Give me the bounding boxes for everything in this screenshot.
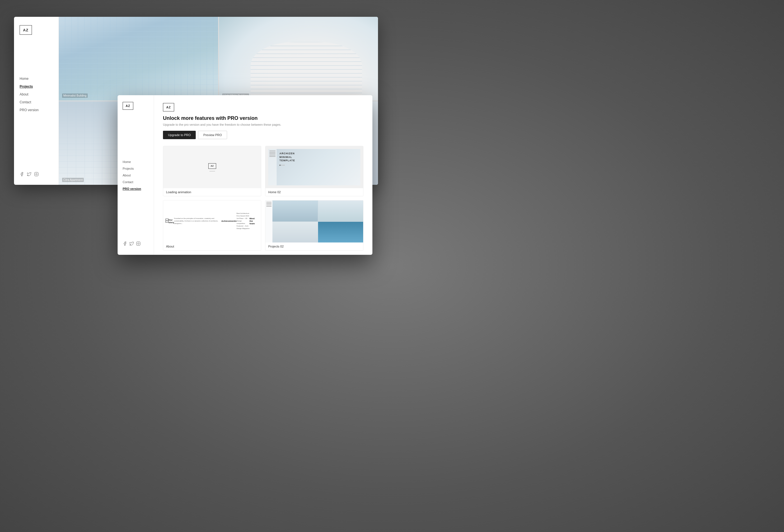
dot-2 [281, 165, 282, 166]
preview-card-projects[interactable]: Projects 02 [265, 200, 363, 251]
sidebar-line-5 [269, 156, 276, 157]
front-nav-projects[interactable]: Projects [123, 167, 149, 170]
grid-cell-building-1: Minimalist Building [59, 17, 218, 101]
front-sidebar: AZ Home Projects About Contact PRO versi… [118, 95, 154, 255]
preview-about-our-story: Our story [169, 219, 174, 224]
preview-card-loading-image: AZ [163, 146, 261, 188]
sidebar-line-1 [269, 151, 276, 151]
facebook-icon[interactable] [20, 172, 24, 176]
preview-about-achievements-text: Best Architecture Firm Award 2022 1st Pl… [236, 212, 250, 230]
preview-home2-text: ARCHIZEN MINIMAL TEMPLATE [277, 149, 360, 169]
instagram-icon[interactable] [34, 172, 39, 176]
front-social-links [123, 241, 149, 248]
front-twitter-icon[interactable] [129, 241, 134, 246]
preview-home2-sidebar [268, 149, 277, 185]
preview-mini-line [209, 171, 215, 171]
preview-card-loading-label: Loading animation [163, 188, 261, 196]
preview-mini-logo-loading: AZ [208, 163, 216, 169]
proj-sidebar-line-1 [266, 202, 272, 202]
proj-img-2 [318, 200, 363, 222]
proj-sidebar-line-2 [266, 203, 272, 204]
proj-sidebar-line-3 [266, 205, 272, 205]
modal-subtitle: Upgrade to the pro version and you have … [163, 123, 363, 126]
modal-logo: AZ [163, 103, 174, 111]
preview-projects-inner [265, 200, 363, 243]
back-nav-home[interactable]: Home [20, 77, 53, 81]
grid-cell-building-2: High White Building [219, 17, 378, 101]
svg-rect-2 [136, 242, 140, 245]
proj-sidebar-line-4 [266, 206, 272, 207]
preview-about-achievements-title: Achievements [221, 220, 236, 222]
front-window: AZ Home Projects About Contact PRO versi… [118, 95, 372, 255]
preview-card-home2-image: ARCHIZEN MINIMAL TEMPLATE [265, 146, 363, 188]
back-social-links [20, 172, 53, 176]
modal-title: Unlock more features with PRO version [163, 115, 363, 121]
preview-about-logo: AZ [166, 219, 169, 223]
preview-grid: AZ Loading animation [163, 146, 363, 251]
sidebar-line-2 [269, 152, 276, 152]
preview-card-about-image: AZ Our story Founded on the principles o… [163, 200, 261, 243]
back-nav: Home Projects About Contact PRO version [20, 77, 53, 172]
preview-card-about[interactable]: AZ Our story Founded on the principles o… [163, 200, 261, 251]
back-sidebar: AZ Home Projects About Contact PRO versi… [14, 17, 59, 185]
preview-proj-sidebar [265, 200, 273, 243]
preview-home2-title-line3: TEMPLATE [279, 159, 358, 162]
building-1-label: Minimalist Building [62, 93, 88, 98]
preview-proj-content [273, 200, 363, 243]
twitter-icon[interactable] [27, 172, 31, 176]
preview-home2-title-line2: MINIMAL [279, 156, 358, 159]
preview-card-projects-label: Projects 02 [265, 243, 363, 250]
sidebar-line-4 [269, 155, 276, 156]
preview-pro-button[interactable]: Preview PRO [198, 131, 227, 139]
front-nav-pro[interactable]: PRO version [123, 187, 149, 190]
back-nav-pro[interactable]: PRO version [20, 108, 53, 112]
back-logo: AZ [20, 25, 32, 35]
back-nav-contact[interactable]: Contact [20, 100, 53, 104]
preview-about-desc: Founded on the principles of innovation,… [174, 217, 222, 225]
preview-home2-title-line1: ARCHIZEN [279, 152, 358, 156]
front-nav-about[interactable]: About [123, 174, 149, 177]
front-logo: AZ [123, 102, 133, 110]
sidebar-line-3 [269, 153, 276, 154]
preview-dots [279, 165, 358, 166]
preview-home2-inner: ARCHIZEN MINIMAL TEMPLATE [268, 149, 360, 185]
loading-indicator: AZ [208, 163, 216, 171]
preview-card-home2[interactable]: ARCHIZEN MINIMAL TEMPLATE Home 02 [265, 146, 363, 196]
preview-card-loading[interactable]: AZ Loading animation [163, 146, 261, 196]
proj-img-4 [318, 222, 363, 243]
front-nav-home[interactable]: Home [123, 160, 149, 164]
preview-card-about-label: About [163, 243, 261, 250]
dot-3 [283, 165, 284, 166]
front-instagram-icon[interactable] [136, 241, 141, 246]
front-nav-contact[interactable]: Contact [123, 180, 149, 184]
dot-1 [279, 165, 281, 166]
front-main-content: AZ Unlock more features with PRO version… [154, 95, 372, 255]
proj-img-1 [273, 200, 318, 222]
back-nav-projects[interactable]: Projects [20, 85, 53, 88]
preview-card-home2-label: Home 02 [265, 188, 363, 196]
back-nav-about[interactable]: About [20, 92, 53, 96]
svg-rect-0 [34, 172, 38, 176]
upgrade-button[interactable]: Upgrade to PRO [163, 131, 196, 139]
preview-card-projects-image [265, 200, 363, 243]
preview-about-team-photos [257, 220, 259, 225]
proj-img-3 [273, 222, 318, 243]
preview-about-team-title: Meet the team [250, 217, 257, 225]
modal-buttons: Upgrade to PRO Preview PRO [163, 131, 363, 139]
building-3-label: Citra Apartment [62, 178, 84, 182]
front-nav: Home Projects About Contact PRO version [123, 160, 149, 241]
front-facebook-icon[interactable] [123, 241, 127, 246]
